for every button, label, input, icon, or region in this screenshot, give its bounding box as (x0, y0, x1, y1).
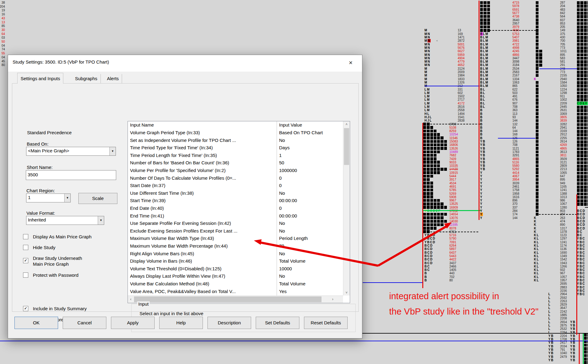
tpo-volume-value: 2209 (560, 102, 567, 105)
chevron-down-icon[interactable]: ▼ (109, 147, 116, 155)
tab-settings-and-inputs[interactable]: Settings and Inputs (17, 73, 63, 84)
input-row[interactable]: Number Of Days To Calculate Volume Profi… (128, 175, 343, 183)
set-defaults-button[interactable]: Set Defaults (256, 317, 299, 329)
close-icon[interactable]: ✕ (345, 57, 357, 68)
input-row[interactable]: Start Time (In:39)00:00:00 (128, 197, 343, 205)
tpo-volume-value: 2263 (560, 299, 567, 303)
tpo-letters: YB (570, 334, 576, 338)
input-row[interactable]: Number of Bars for 'Based On Bar Count' … (128, 159, 343, 167)
tab-subgraphs[interactable]: Subgraphs (72, 74, 101, 83)
tpo-letters: L (548, 313, 551, 317)
tpo-letters: KL (534, 241, 539, 244)
ok-button[interactable]: OK (14, 317, 58, 329)
chart-region-select[interactable]: 1 ▼ (26, 194, 71, 202)
hide-study-checkbox[interactable]: ✓ (23, 245, 28, 250)
tpo-letters: YBC (577, 258, 585, 261)
input-row[interactable]: Maximum Volume Bar Width Type (In:43)Per… (128, 235, 343, 243)
input-row[interactable]: Always Display Last Profile Within View … (128, 273, 343, 281)
tpo-letters: BCD (577, 220, 586, 223)
input-row[interactable]: Volume Text Threshold (0=Disabled) (In:1… (128, 265, 343, 273)
scroll-up-icon[interactable]: ˄ (343, 121, 350, 127)
scale-button[interactable]: Scale (78, 193, 117, 204)
tpo-volume-value: 896 (512, 199, 518, 202)
tpo-letters: BL (480, 105, 485, 108)
tpo-letters: BC (424, 268, 430, 272)
tpo-volume-value: 3509 (560, 157, 567, 161)
tpo-volume-value: 1984 (458, 74, 464, 77)
cancel-button[interactable]: Cancel (63, 317, 106, 329)
protect-with-password-checkbox[interactable]: ✓ (23, 272, 28, 278)
horizontal-line (489, 30, 536, 31)
scroll-down-icon[interactable]: ˅ (343, 290, 350, 296)
tpo-letters: Y (480, 174, 483, 178)
input-row[interactable]: Exclude Evening Session Profiles Except … (128, 228, 343, 236)
help-button[interactable]: Help (159, 317, 203, 329)
tpo-volume-value: 284 (512, 209, 518, 213)
tpo-letters: LM (424, 108, 430, 112)
input-row[interactable]: End Time (In:41)00:00:00 (128, 213, 343, 221)
input-row[interactable]: Start Date (In:37)0 (128, 182, 343, 190)
input-row[interactable]: Volume Graph Period Type (In:33)Based On… (128, 129, 343, 137)
tpo-volume-value: 5001 (458, 43, 464, 46)
tpo-letters: KL (534, 258, 539, 261)
input-value-header: Input Value (279, 122, 302, 127)
tpo-volume-value: 5959 (458, 53, 464, 57)
input-row[interactable]: End Date (In:40)0 (128, 205, 343, 213)
draw-study-underneath-checkbox[interactable]: ✓ (23, 258, 28, 263)
input-row[interactable]: Volume Bar Calculation Method (In:48)Tot… (128, 280, 343, 288)
reset-defaults-button[interactable]: Reset Defaults (304, 317, 348, 329)
tpo-letters: B (424, 275, 427, 279)
tpo-volume-value: 3156 (560, 289, 567, 292)
annotation-text-line2: the VbP study like in the "treshold V2" (389, 307, 539, 317)
tpo-volume-value: 205 (560, 25, 565, 29)
horizontal-scroll-thumb[interactable] (134, 296, 322, 302)
include-in-study-summary-checkbox[interactable]: ✓ (23, 306, 28, 311)
tpo-letters: YBC (577, 241, 585, 244)
tab-alerts[interactable]: Alerts (104, 74, 122, 83)
short-name-input[interactable]: 3500 (26, 170, 116, 180)
input-row[interactable]: Use Different Start Time (In:38)No (128, 190, 343, 198)
tpo-volume-value: 11546 (449, 136, 458, 140)
tpo-volume-value: 1943 (560, 261, 567, 265)
dialog-title-bar[interactable]: Study Settings: 3500. ID:5 (VbP for TPO … (8, 55, 362, 72)
apply-button[interactable]: Apply (111, 317, 155, 329)
tpo-volume-value: 1013 (560, 195, 567, 199)
tpo-letters: Y (480, 213, 483, 216)
tpo-volume-value: 5443 (449, 254, 456, 258)
tpo-volume-value: 1833 (458, 77, 464, 81)
input-row[interactable]: Time Period Length for 'Fixed Time' (In:… (128, 152, 343, 160)
tpo-volume-value: 474 (560, 220, 565, 223)
tpo-volume-value: 2875 (560, 324, 567, 327)
input-row[interactable]: Maximum Volume Bar Width Percentage (In:… (128, 243, 343, 251)
table-horizontal-scrollbar[interactable]: ‹ › (128, 296, 343, 303)
chevron-down-icon[interactable]: ▼ (98, 216, 104, 225)
tpo-volume-value: 4067 (512, 174, 519, 178)
tpo-volume-value: 4534 (449, 182, 456, 185)
input-row[interactable]: Display Volume in Bars (In:46)Total Volu… (128, 258, 343, 266)
input-row[interactable]: Value Area, POC, Peak&&Valley Based on T… (128, 288, 343, 296)
input-row[interactable]: Set as Independent Volume Profile for TP… (128, 137, 343, 145)
chevron-down-icon[interactable]: ▼ (64, 194, 70, 202)
tpo-volume-value: 5897 (449, 247, 456, 251)
scroll-left-icon[interactable]: ‹ (128, 296, 134, 303)
description-button[interactable]: Description (207, 317, 251, 329)
inputs-table[interactable]: Input Name Input Value Volume Graph Peri… (128, 121, 350, 303)
tpo-volume-value: 1334 (512, 77, 519, 81)
value-format-select[interactable]: Inherited ▼ (26, 216, 104, 225)
tpo-letters: KL (534, 251, 539, 254)
tpo-letters: L (548, 292, 551, 296)
input-row[interactable]: Time Period Type for 'Fixed Time' (In:34… (128, 144, 343, 152)
input-value-cell: 50 (279, 160, 341, 165)
tpo-volume-value: 2941 (560, 126, 567, 129)
table-vertical-scrollbar[interactable]: ˄ ˅ (343, 121, 350, 296)
input-row[interactable]: Volume Per Profile for 'Specified Volume… (128, 167, 343, 175)
tpo-volume-value: 837 (560, 18, 565, 22)
input-name-cell: Maximum Volume Bar Width Percentage (In:… (130, 243, 274, 249)
vertical-scroll-thumb[interactable] (344, 128, 349, 165)
input-row[interactable]: Right Align Volume Bars (In:45)No (128, 250, 343, 258)
tpo-volume-value: 13 (458, 29, 461, 32)
scroll-right-icon[interactable]: › (330, 296, 336, 303)
based-on-select[interactable]: <Main Price Graph> ▼ (26, 147, 116, 156)
display-as-main-price-graph-checkbox[interactable]: ✓ (23, 234, 28, 239)
input-row[interactable]: Use Separate Profile For Evening Session… (128, 220, 343, 228)
